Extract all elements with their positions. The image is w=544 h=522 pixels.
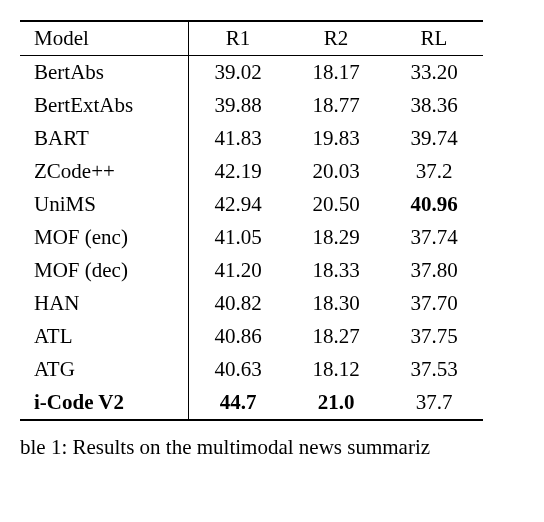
table-row: i-Code V244.721.037.7 [20,386,483,420]
cell-r1: 40.63 [189,353,288,386]
cell-r2: 20.50 [287,188,385,221]
cell-r1: 44.7 [189,386,288,420]
table-row: BertExtAbs39.8818.7738.36 [20,89,483,122]
table-row: MOF (dec)41.2018.3337.80 [20,254,483,287]
cell-r1: 40.82 [189,287,288,320]
cell-model: MOF (enc) [20,221,189,254]
cell-r2: 18.33 [287,254,385,287]
cell-r2: 18.17 [287,56,385,90]
table-body: BertAbs39.0218.1733.20BertExtAbs39.8818.… [20,56,483,421]
cell-model: i-Code V2 [20,386,189,420]
cell-r1: 42.19 [189,155,288,188]
cell-model: ATL [20,320,189,353]
cell-r1: 41.20 [189,254,288,287]
caption-text: Results on the multimodal news summariz [73,435,431,459]
table-row: BART41.8319.8339.74 [20,122,483,155]
header-model: Model [20,21,189,56]
cell-r2: 18.12 [287,353,385,386]
table-row: UniMS42.9420.5040.96 [20,188,483,221]
cell-rl: 40.96 [385,188,483,221]
cell-rl: 37.80 [385,254,483,287]
cell-model: ZCode++ [20,155,189,188]
cell-r2: 18.29 [287,221,385,254]
cell-model: MOF (dec) [20,254,189,287]
cell-r2: 20.03 [287,155,385,188]
cell-model: BART [20,122,189,155]
table-row: ATL40.8618.2737.75 [20,320,483,353]
cell-rl: 33.20 [385,56,483,90]
table-row: ATG40.6318.1237.53 [20,353,483,386]
cell-r1: 41.83 [189,122,288,155]
cell-r1: 41.05 [189,221,288,254]
cell-r2: 18.30 [287,287,385,320]
table-row: BertAbs39.0218.1733.20 [20,56,483,90]
cell-rl: 37.75 [385,320,483,353]
cell-rl: 37.7 [385,386,483,420]
table-header-row: Model R1 R2 RL [20,21,483,56]
results-table: Model R1 R2 RL BertAbs39.0218.1733.20Ber… [20,20,483,421]
header-r1: R1 [189,21,288,56]
results-table-wrapper: Model R1 R2 RL BertAbs39.0218.1733.20Ber… [20,20,483,460]
header-r2: R2 [287,21,385,56]
table-caption: ble 1: Results on the multimodal news su… [20,435,483,460]
cell-rl: 37.74 [385,221,483,254]
cell-model: UniMS [20,188,189,221]
cell-r2: 18.27 [287,320,385,353]
cell-r1: 39.02 [189,56,288,90]
cell-model: ATG [20,353,189,386]
table-row: MOF (enc)41.0518.2937.74 [20,221,483,254]
cell-r2: 18.77 [287,89,385,122]
cell-rl: 37.2 [385,155,483,188]
cell-rl: 39.74 [385,122,483,155]
cell-rl: 37.70 [385,287,483,320]
cell-r1: 39.88 [189,89,288,122]
header-rl: RL [385,21,483,56]
cell-r2: 21.0 [287,386,385,420]
cell-rl: 37.53 [385,353,483,386]
cell-model: BertAbs [20,56,189,90]
cell-model: HAN [20,287,189,320]
caption-prefix: ble 1: [20,435,67,459]
cell-r1: 42.94 [189,188,288,221]
cell-model: BertExtAbs [20,89,189,122]
cell-rl: 38.36 [385,89,483,122]
table-row: HAN40.8218.3037.70 [20,287,483,320]
table-row: ZCode++42.1920.0337.2 [20,155,483,188]
cell-r2: 19.83 [287,122,385,155]
cell-r1: 40.86 [189,320,288,353]
